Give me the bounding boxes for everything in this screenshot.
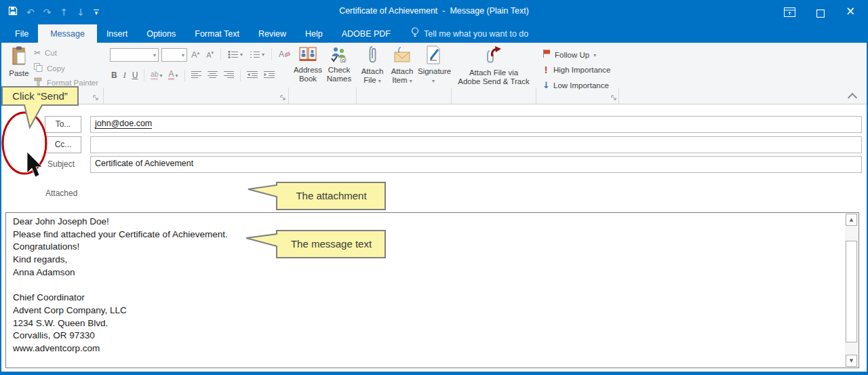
caret-down-icon: ▾ [262,52,264,58]
tab-format-text[interactable]: Format Text [185,24,249,43]
message-body[interactable]: Dear John Joseph Doe! Please find attach… [5,212,859,368]
to-recipient[interactable]: john@doe.com [95,119,152,129]
high-importance-icon: ! [542,64,549,75]
copy-label: Copy [47,64,65,73]
low-importance-label: Low Importance [553,81,609,90]
high-importance-label: High Importance [553,66,610,74]
attach-item-icon [393,45,412,67]
paste-button[interactable]: Paste [5,46,33,78]
separator [271,48,272,60]
caret-down-icon: ▾ [593,52,596,58]
italic-button[interactable]: I [123,71,126,81]
message-line: Chief Coordinator [13,292,841,305]
follow-up-label: Follow Up [555,51,589,59]
numbering-button[interactable]: ▾ [250,50,264,59]
bullets-button[interactable]: ▾ [228,50,243,59]
scroll-down-button[interactable]: ▼ [846,355,857,367]
font-name-combobox[interactable]: ▾ [110,48,159,62]
subject-label: Subject [47,159,75,169]
bullets-icon [228,50,239,59]
attach-file-button[interactable]: Attach File ▾ [358,45,387,85]
attach-item-button[interactable]: Attach Item ▾ [388,45,416,85]
tab-file[interactable]: File [5,24,38,43]
title-bar: ↶ ↷ ↑ ↓ ▾ Certificate of Achievement - M… [0,0,868,24]
ribbon-display-options-icon[interactable] [784,7,795,20]
signature-button[interactable]: Signature ▾ [418,45,449,85]
align-left-button[interactable] [191,69,201,81]
decrease-indent-button[interactable] [247,69,258,81]
clipboard-dialog-launcher-icon[interactable] [93,92,100,104]
bold-button[interactable]: B [111,71,117,80]
address-book-button[interactable]: Address Book [292,45,324,83]
font-size-combobox[interactable]: ▾ [161,48,187,62]
subject-field[interactable]: Certificate of Achievement [90,156,862,173]
vertical-scrollbar[interactable]: ▲ ▼ [845,214,858,367]
align-center-button[interactable] [208,69,218,81]
high-importance-button[interactable]: ! High Importance [542,64,610,75]
address-book-icon [299,45,317,66]
to-field[interactable]: john@doe.com [90,116,862,133]
caret-down-icon: ▾ [240,52,243,58]
basic-text-dialog-launcher-icon[interactable] [280,92,287,104]
callout-message-text: The message text [277,230,386,258]
tab-help[interactable]: Help [296,24,332,43]
text-highlight-button[interactable]: ab ▾ [151,71,162,80]
cut-button[interactable]: ✂ Cut [34,48,57,58]
flag-icon [542,49,551,61]
caret-down-icon: ▾ [410,78,412,84]
caret-down-icon: ▾ [432,78,435,84]
scroll-up-button[interactable]: ▲ [846,214,857,226]
check-names-button[interactable]: @ Check Names [324,45,354,83]
svg-text:@: @ [340,56,347,63]
message-header-form: Send To... john@doe.com Cc... Subject Ce… [0,104,868,212]
message-line: Dear John Joseph Doe! [13,216,841,229]
highlight-icon: ab [151,71,158,80]
separator [184,69,185,81]
paste-icon [11,46,27,69]
signature-icon [425,45,441,67]
tab-adobe-pdf[interactable]: ADOBE PDF [332,24,400,43]
caret-down-icon: ▾ [159,73,162,79]
clear-formatting-button[interactable]: A [279,50,290,59]
attach-file-label-2: File ▾ [358,76,387,85]
attach-file-label-1: Attach [358,67,387,76]
low-importance-button[interactable]: ↓ Low Importance [542,80,609,90]
message-text[interactable]: Dear John Joseph Doe! Please find attach… [13,216,841,356]
low-importance-icon: ↓ [542,80,549,90]
message-line: Advent Corp Company, LLC [13,305,841,318]
align-right-button[interactable] [224,69,234,81]
font-color-button[interactable]: A ▾ [168,71,178,80]
callout-send-text: Click “Send” [2,86,78,106]
maximize-icon[interactable] [816,8,825,20]
message-line: Congratulations! [13,241,841,254]
follow-up-button[interactable]: Follow Up ▾ [542,49,596,61]
underline-button[interactable]: U [132,71,138,80]
cc-button[interactable]: Cc... [45,136,81,153]
shrink-font-button[interactable]: A▾ [206,50,214,59]
paste-label: Paste [5,69,33,78]
tab-insert[interactable]: Insert [97,24,137,43]
tab-options[interactable]: Options [137,24,185,43]
tags-dialog-launcher-icon[interactable] [611,92,618,104]
adobe-send-track-button[interactable]: Attach File via Adobe Send & Track [453,44,534,86]
paperclip-icon [368,45,377,67]
eraser-icon [285,52,290,57]
ribbon: Paste ✂ Cut Copy Format Painter ▾ ▾ A▴ A… [0,43,868,104]
increase-indent-button[interactable] [264,69,275,81]
copy-button[interactable]: Copy [34,62,65,75]
grow-font-button[interactable]: A▴ [191,50,199,60]
message-line [13,279,841,292]
adobe-send-track-label-1: Attach File via [453,68,534,77]
close-icon[interactable]: × [846,4,855,18]
tell-me-box[interactable]: Tell me what you want to do [411,24,528,43]
tell-me-label: Tell me what you want to do [424,29,528,39]
separator [220,48,221,60]
tab-review[interactable]: Review [249,24,296,43]
tab-message[interactable]: Message [38,24,97,43]
collapse-ribbon-icon[interactable] [848,93,857,102]
to-button[interactable]: To... [45,116,81,133]
attached-label: Attached [45,189,77,198]
message-line: Anna Adamson [13,267,841,280]
cc-field[interactable] [90,136,862,153]
scrollbar-thumb[interactable] [846,241,857,342]
